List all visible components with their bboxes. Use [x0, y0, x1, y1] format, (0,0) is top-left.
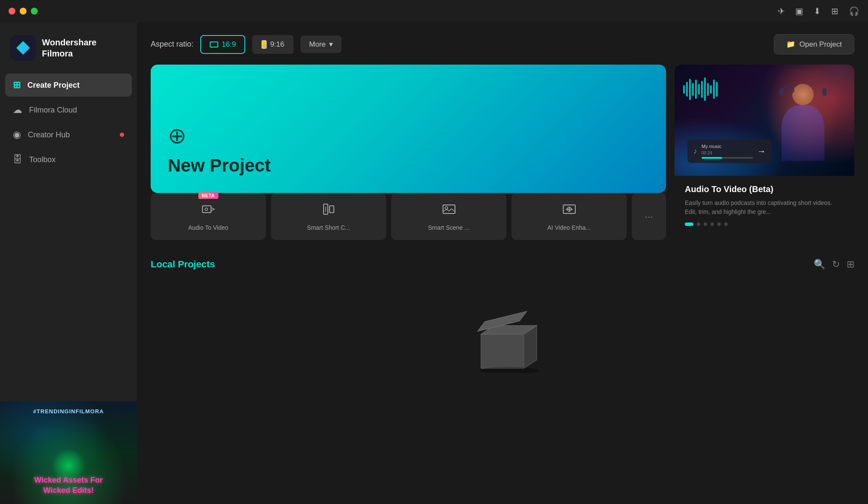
notification-badge — [120, 133, 124, 137]
phone-aspect-icon — [262, 40, 267, 49]
aspect-9-16-label: 9:16 — [270, 40, 284, 49]
carousel-dot-2[interactable] — [697, 222, 700, 226]
carousel-dot-1[interactable] — [685, 222, 693, 226]
music-progress-fill — [702, 157, 722, 159]
showcase-info: Audio To Video (Beta) Easily turn audio … — [675, 176, 854, 234]
smart-short-icon — [322, 202, 336, 219]
empty-state — [151, 279, 854, 398]
thumbnail-placeholder: #TRENDINGINFILMORA Wicked Assets For Wic… — [0, 401, 137, 504]
sidebar-item-label: Creator Hub — [28, 130, 70, 139]
maximize-button[interactable] — [31, 8, 38, 15]
more-aspect-button[interactable]: More ▾ — [300, 36, 342, 53]
sidebar-item-toolbox[interactable]: 🗄 Toolbox — [5, 148, 132, 171]
sidebar: Wondershare Filmora ⊞ Create Project ☁ F… — [0, 22, 137, 504]
sidebar-item-label: Create Project — [27, 81, 80, 90]
smart-scene-icon — [442, 202, 456, 219]
music-progress-track — [702, 157, 753, 159]
app-name: Wondershare Filmora — [42, 37, 96, 59]
app-logo — [10, 35, 36, 61]
audio-video-icon — [202, 202, 215, 219]
carousel-dot-3[interactable] — [704, 222, 707, 226]
empty-box-icon — [464, 304, 541, 373]
showcase-person — [760, 69, 846, 176]
logo-section: Wondershare Filmora — [0, 31, 137, 74]
aspect-16-9-button[interactable]: 16:9 — [200, 35, 245, 54]
aspect-ratio-section: Aspect ratio: 16:9 9:16 More ▾ — [151, 35, 342, 54]
open-project-label: Open Project — [800, 40, 842, 49]
title-bar: ✈ ▣ ⬇ ⊞ 🎧 — [0, 0, 868, 22]
audio-waves — [683, 77, 718, 101]
layout-icon[interactable]: ⊞ — [847, 259, 854, 270]
minimize-button[interactable] — [20, 8, 27, 15]
grid-icon[interactable]: ⊞ — [831, 6, 838, 16]
carousel-dot-6[interactable] — [724, 222, 728, 226]
music-card: ♪ My music 00:24 → — [687, 139, 772, 163]
carousel-dot-4[interactable] — [710, 222, 714, 226]
create-project-icon: ⊞ — [13, 80, 21, 91]
cloud-icon: ☁ — [13, 104, 22, 116]
top-bar: Aspect ratio: 16:9 9:16 More ▾ 📁 Open Pr… — [151, 34, 854, 54]
feature-cards: BETA Audio To Video — [151, 193, 666, 240]
headphone-icon[interactable]: 🎧 — [849, 6, 859, 16]
search-icon[interactable]: 🔍 — [814, 259, 825, 270]
close-button[interactable] — [9, 8, 15, 15]
local-projects-title: Local Projects — [151, 259, 215, 270]
aspect-ratio-label: Aspect ratio: — [151, 40, 193, 49]
music-info: My music 00:24 — [702, 144, 753, 159]
sidebar-thumbnail: #TRENDINGINFILMORA Wicked Assets For Wic… — [0, 401, 137, 504]
local-projects-section: Local Projects 🔍 ↻ ⊞ — [151, 259, 854, 398]
feature-card-audio-to-video[interactable]: BETA Audio To Video — [151, 193, 266, 240]
open-project-button[interactable]: 📁 Open Project — [774, 34, 854, 54]
monitor-aspect-icon — [210, 42, 218, 47]
more-dots-icon: ··· — [645, 210, 653, 222]
aspect-16-9-label: 16:9 — [222, 40, 236, 49]
carousel-dots — [685, 222, 844, 226]
sidebar-item-filmora-cloud[interactable]: ☁ Filmora Cloud — [5, 98, 132, 122]
main-content: Aspect ratio: 16:9 9:16 More ▾ 📁 Open Pr… — [137, 22, 868, 504]
nav-items: ⊞ Create Project ☁ Filmora Cloud ◉ Creat… — [0, 74, 137, 171]
ai-enhance-label: AI Video Enha... — [547, 224, 591, 231]
svg-rect-5 — [443, 205, 455, 213]
showcase-title: Audio To Video (Beta) — [685, 184, 844, 194]
new-project-title: New Project — [168, 155, 649, 176]
feature-card-ai-enhance[interactable]: AI Video Enha... — [511, 193, 627, 240]
aspect-9-16-button[interactable]: 9:16 — [252, 35, 294, 54]
download-icon[interactable]: ⬇ — [814, 6, 821, 16]
sidebar-item-label: Filmora Cloud — [29, 106, 77, 115]
audio-to-video-label: Audio To Video — [188, 224, 229, 231]
beta-badge: BETA — [198, 192, 218, 199]
logo-diamond-icon — [16, 41, 30, 55]
svg-rect-3 — [330, 206, 334, 213]
new-project-plus-icon: ⊕ — [168, 123, 649, 148]
new-project-card[interactable]: ⊕ New Project — [151, 65, 666, 193]
feature-card-more[interactable]: ··· — [632, 193, 666, 240]
refresh-icon[interactable]: ↻ — [832, 259, 840, 270]
section-actions: 🔍 ↻ ⊞ — [814, 259, 854, 270]
left-column: ⊕ New Project BETA Audio To Video — [151, 65, 666, 250]
sidebar-item-label: Toolbox — [29, 155, 56, 164]
sidebar-item-creator-hub[interactable]: ◉ Creator Hub — [5, 123, 132, 146]
svg-point-1 — [205, 208, 208, 210]
smart-scene-label: Smart Scene ... — [428, 224, 469, 231]
carousel-dot-5[interactable] — [717, 222, 721, 226]
svg-rect-0 — [202, 206, 211, 213]
svg-rect-9 — [481, 334, 524, 368]
smart-short-label: Smart Short C... — [307, 224, 350, 231]
feature-card-smart-scene[interactable]: Smart Scene ... — [391, 193, 506, 240]
feature-showcase: ♪ My music 00:24 → Audio To Video (Beta)… — [675, 65, 854, 250]
content-grid: ⊕ New Project BETA Audio To Video — [151, 65, 854, 250]
ai-enhance-icon — [562, 202, 576, 219]
showcase-image: ♪ My music 00:24 → — [675, 65, 854, 176]
chevron-down-icon: ▾ — [329, 40, 333, 49]
traffic-lights — [9, 8, 38, 15]
feature-card-smart-short[interactable]: Smart Short C... — [271, 193, 386, 240]
showcase-description: Easily turn audio podcasts into captivat… — [685, 199, 844, 216]
send-icon[interactable]: ✈ — [778, 6, 785, 16]
thumbnail-bottom-text: Wicked Assets For Wicked Edits! — [34, 475, 103, 495]
title-bar-actions: ✈ ▣ ⬇ ⊞ 🎧 — [778, 6, 859, 16]
thumbnail-top-text: #TRENDINGINFILMORA — [33, 408, 104, 415]
sidebar-item-create-project[interactable]: ⊞ Create Project — [5, 74, 132, 97]
monitor-icon[interactable]: ▣ — [795, 6, 803, 16]
creator-hub-icon: ◉ — [13, 129, 21, 140]
arrow-icon: → — [757, 146, 766, 156]
